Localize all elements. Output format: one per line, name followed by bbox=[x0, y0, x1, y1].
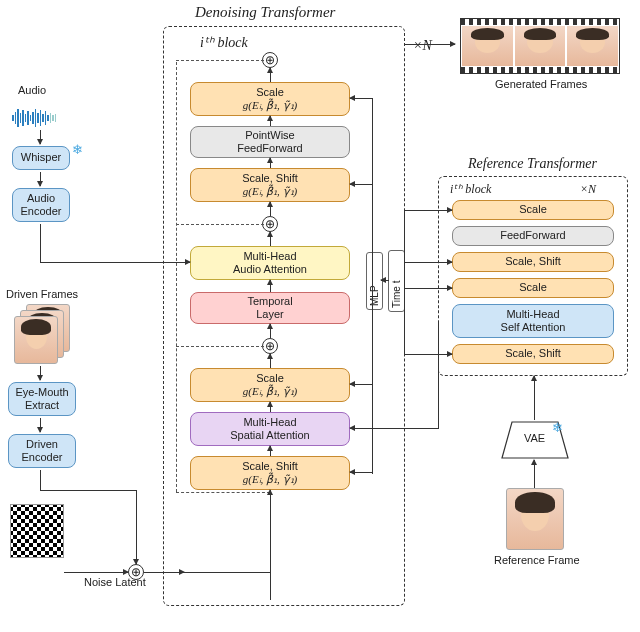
ref-scale2: Scale bbox=[452, 278, 614, 298]
latent-sum: ⊕ bbox=[128, 564, 144, 580]
main-up-8 bbox=[270, 354, 271, 368]
scale-mid-label: Scale bbox=[256, 372, 284, 385]
ref-ff: FeedForward bbox=[452, 226, 614, 246]
scale-top-g: g(Eᵢ, β̃₁, γ̃₁) bbox=[243, 99, 298, 112]
mlp-to-scaleshift-a bbox=[350, 184, 372, 185]
residual-add-top: ⊕ bbox=[262, 52, 278, 68]
main-up-3 bbox=[270, 158, 271, 168]
driven-frames-label: Driven Frames bbox=[6, 288, 78, 300]
time-block: Time t bbox=[388, 250, 405, 312]
noise-to-sum bbox=[64, 572, 128, 573]
ref-scale1: Scale bbox=[452, 200, 614, 220]
ref-ith-label: iᵗʰ block bbox=[450, 182, 491, 197]
generated-frames-strip bbox=[460, 18, 620, 74]
main-up-9 bbox=[270, 402, 271, 412]
ref-scaleshift1: Scale, Shift bbox=[452, 252, 614, 272]
vae-frozen-icon: ❄ bbox=[552, 420, 563, 435]
driven-encoder-block: Driven Encoder bbox=[8, 434, 76, 468]
scaleshift-b-label: Scale, Shift bbox=[242, 460, 298, 473]
vae-to-ref bbox=[534, 376, 535, 420]
time-to-mlp bbox=[381, 280, 389, 281]
audio-waveform-icon bbox=[12, 108, 56, 128]
mlp-to-scale-top bbox=[350, 98, 372, 99]
scale-top: Scale g(Eᵢ, β̃₁, γ̃₁) bbox=[190, 82, 350, 116]
residual-path bbox=[176, 62, 177, 492]
scaleshift-b: Scale, Shift g(Eᵢ, β̃₁, γ̃₁) bbox=[190, 456, 350, 490]
generated-frame bbox=[515, 26, 566, 66]
residual-path-m1 bbox=[176, 224, 264, 225]
audio-attention: Multi-Head Audio Attention bbox=[190, 246, 350, 280]
residual-add-mid1: ⊕ bbox=[262, 216, 278, 232]
main-up-4 bbox=[270, 202, 271, 216]
denoise-to-output bbox=[405, 44, 455, 45]
scaleshift-b-g: g(Eᵢ, β̃₁, γ̃₁) bbox=[243, 473, 298, 486]
residual-path-top bbox=[176, 60, 264, 61]
spatial-attention: Multi-Head Spatial Attention bbox=[190, 412, 350, 446]
drivenenc-to-sum bbox=[136, 490, 137, 564]
denoise-xn: ×N bbox=[413, 38, 432, 54]
residual-add-mid2: ⊕ bbox=[262, 338, 278, 354]
residual-path-m2 bbox=[176, 346, 264, 347]
sum-into-block bbox=[270, 572, 271, 600]
generated-frame bbox=[567, 26, 618, 66]
main-up-1 bbox=[270, 68, 271, 82]
whisper-to-enc bbox=[40, 172, 41, 186]
generated-frames-label: Generated Frames bbox=[495, 78, 587, 90]
scale-mid: Scale g(Eᵢ, β̃₁, γ̃₁) bbox=[190, 368, 350, 402]
audio-label: Audio bbox=[18, 84, 46, 96]
mlp-to-ref3 bbox=[404, 288, 452, 289]
scaleshift-a-g: g(Eᵢ, β̃₁, γ̃₁) bbox=[243, 185, 298, 198]
eye-to-enc bbox=[40, 418, 41, 432]
vae-label: VAE bbox=[524, 432, 545, 444]
eye-mouth-block: Eye-Mouth Extract bbox=[8, 382, 76, 416]
driven-frame-1 bbox=[14, 316, 58, 364]
mlp-to-scaleshift-b bbox=[350, 472, 372, 473]
audioenc-to-attn bbox=[40, 262, 190, 263]
reference-frame-label: Reference Frame bbox=[494, 554, 580, 566]
temporal-layer: Temporal Layer bbox=[190, 292, 350, 324]
main-up-2 bbox=[270, 116, 271, 126]
drivenenc-right bbox=[40, 490, 136, 491]
denoise-ith-label: iᵗʰ block bbox=[200, 34, 248, 51]
mlp-to-ref2 bbox=[404, 262, 452, 263]
mlp-bus bbox=[372, 98, 373, 474]
ref-xn: ×N bbox=[580, 182, 596, 197]
refimg-to-vae bbox=[534, 460, 535, 488]
sum-to-denoise bbox=[144, 572, 184, 573]
scale-mid-g: g(Eᵢ, β̃₁, γ̃₁) bbox=[243, 385, 298, 398]
ref-scaleshift2: Scale, Shift bbox=[452, 344, 614, 364]
audioenc-to-attn-v bbox=[40, 224, 41, 262]
mlp-ref-bus bbox=[404, 210, 405, 355]
audio-to-whisper bbox=[40, 130, 41, 144]
mlp-to-scale-mid bbox=[350, 384, 372, 385]
sum-into-block-h bbox=[184, 572, 270, 573]
generated-frame bbox=[462, 26, 513, 66]
main-up-5 bbox=[270, 232, 271, 246]
scaleshift-a-label: Scale, Shift bbox=[242, 172, 298, 185]
main-up-6 bbox=[270, 280, 271, 292]
audio-encoder-block: Audio Encoder bbox=[12, 188, 70, 222]
ref-self-attn: Multi-Head Self Attention bbox=[452, 304, 614, 338]
pointwise-ff: PointWise FeedForward bbox=[190, 126, 350, 158]
reference-frame-image bbox=[506, 488, 564, 550]
driven-to-eye bbox=[40, 366, 41, 380]
ref-to-spatial bbox=[350, 428, 438, 429]
residual-path-bot bbox=[176, 492, 270, 493]
reference-title: Reference Transformer bbox=[468, 156, 597, 172]
noise-latent-image bbox=[10, 504, 64, 558]
scaleshift-a: Scale, Shift g(Eᵢ, β̃₁, γ̃₁) bbox=[190, 168, 350, 202]
ref-bus-down bbox=[438, 321, 439, 429]
denoising-title: Denoising Transformer bbox=[195, 4, 335, 21]
drivenenc-down bbox=[40, 470, 41, 490]
whisper-block: Whisper bbox=[12, 146, 70, 170]
scale-top-label: Scale bbox=[256, 86, 284, 99]
whisper-frozen-icon: ❄ bbox=[72, 142, 83, 157]
main-up-7 bbox=[270, 324, 271, 338]
mlp-to-ref4 bbox=[404, 354, 452, 355]
mlp-to-ref1 bbox=[404, 210, 452, 211]
main-up-10 bbox=[270, 446, 271, 456]
